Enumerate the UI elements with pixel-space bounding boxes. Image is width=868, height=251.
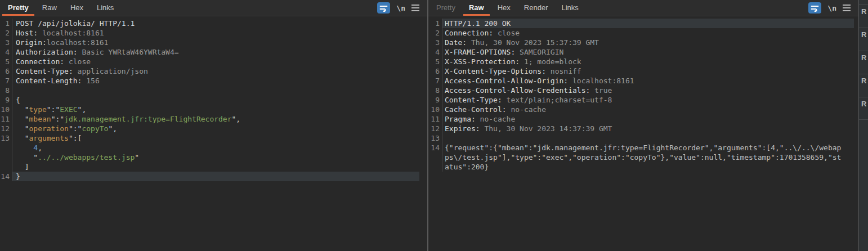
code-line: 13 <box>428 133 854 143</box>
code-line: 11 "mbean":"jdk.management.jfr:type=Flig… <box>0 114 419 124</box>
hamburger-menu-icon[interactable] <box>411 5 419 11</box>
tab-links[interactable]: Links <box>90 0 120 16</box>
token: Date: <box>445 38 467 47</box>
line-number: 2 <box>428 28 442 38</box>
inspector-strip: RRRRR <box>858 0 868 251</box>
token: jdk.management.jfr:type=FlightRecorder <box>64 115 231 123</box>
inspector-section-row[interactable]: R <box>859 74 868 97</box>
inspector-section-row[interactable]: R <box>859 97 868 120</box>
token: localhost:8161 <box>568 77 634 85</box>
token: SAMEORIGIN <box>515 48 563 56</box>
code-line: 1HTTP/1.1 200 OK <box>428 19 854 28</box>
token: localhost:8161 <box>47 38 109 47</box>
line-number: 13 <box>0 133 12 143</box>
code-line: 9Content-Type: text/plain;charset=utf-8 <box>428 95 854 105</box>
token: X-Content-Type-Options: <box>445 67 546 75</box>
token: nosniff <box>546 67 581 75</box>
token: ":" <box>69 124 82 133</box>
token: POST /api/jolokia/ HTTP/1.1 <box>16 19 135 28</box>
line-content: { <box>12 95 419 105</box>
token: 4 <box>33 144 38 152</box>
tab-render[interactable]: Render <box>517 0 555 16</box>
response-panel: PrettyRawHexRenderLinks \n 1HTTP/1.1 200… <box>428 0 858 251</box>
tab-hex[interactable]: Hex <box>491 0 517 16</box>
line-number: 14 <box>0 172 12 181</box>
token: ", <box>78 105 87 114</box>
line-number: 3 <box>428 38 442 47</box>
code-line: 6X-Content-Type-Options: nosniff <box>428 66 854 76</box>
line-number: 9 <box>0 95 12 105</box>
line-number: 1 <box>0 19 12 28</box>
line-number: 5 <box>428 57 442 66</box>
code-line: 3Origin:localhost:8161 <box>0 38 419 47</box>
token: Pragma: <box>445 115 476 123</box>
line-content: Content-Length: 156 <box>12 76 419 86</box>
line-content: Connection: close <box>442 28 854 38</box>
token: HTTP/1.1 200 OK <box>445 19 511 28</box>
tab-raw[interactable]: Raw <box>462 0 491 16</box>
token: Basic YWRtaW46YWRtaW4= <box>78 48 179 56</box>
line-number <box>0 153 12 162</box>
line-content: ] <box>12 162 419 172</box>
token: " <box>16 124 29 133</box>
token: Content-Type: <box>16 67 73 75</box>
request-tabbar: PrettyRawHexLinks \n <box>0 0 427 16</box>
line-number: 5 <box>0 57 12 66</box>
line-content: "../../webapps/test.jsp" <box>12 153 419 162</box>
token: arguments <box>29 134 68 142</box>
tab-pretty: Pretty <box>429 0 462 16</box>
line-content: {"request":{"mbean":"jdk.management.jfr:… <box>442 143 841 172</box>
tab-pretty[interactable]: Pretty <box>1 0 35 16</box>
response-editor[interactable]: 1HTTP/1.1 200 OK2Connection: close3Date:… <box>428 16 858 251</box>
token: 156 <box>82 77 99 85</box>
line-content: 4, <box>12 143 419 153</box>
word-wrap-glyph <box>811 5 819 12</box>
line-number: 8 <box>0 86 12 95</box>
line-content: POST /api/jolokia/ HTTP/1.1 <box>12 19 419 28</box>
word-wrap-icon[interactable] <box>377 2 390 14</box>
code-line: 6Content-Type: application/json <box>0 66 419 76</box>
line-number: 7 <box>0 76 12 86</box>
inspector-section-row[interactable]: R <box>859 28 868 51</box>
token: " <box>16 153 38 162</box>
newline-icon[interactable]: \n <box>827 4 836 12</box>
tab-links[interactable]: Links <box>554 0 585 16</box>
line-content: "operation":"copyTo", <box>12 124 419 133</box>
token: " <box>16 105 29 114</box>
token: Content-Type: <box>445 96 502 104</box>
request-editor[interactable]: 1POST /api/jolokia/ HTTP/1.12Host: local… <box>0 16 427 251</box>
word-wrap-icon[interactable] <box>808 2 821 14</box>
line-number: 6 <box>428 66 442 76</box>
line-number: 12 <box>428 124 442 133</box>
token: Cache-Control: <box>445 105 507 114</box>
token: " <box>16 134 29 142</box>
token: X-FRAME-OPTIONS: <box>445 48 515 56</box>
code-line: 4, <box>0 143 419 153</box>
inspector-section-row[interactable]: R <box>859 51 868 74</box>
line-content: Content-Type: text/plain;charset=utf-8 <box>442 95 854 105</box>
token: Origin: <box>16 38 47 47</box>
code-line: 14{"request":{"mbean":"jdk.management.jf… <box>428 143 854 172</box>
token: ":[ <box>69 134 82 142</box>
tab-raw[interactable]: Raw <box>35 0 64 16</box>
line-number: 9 <box>428 95 442 105</box>
line-number: 3 <box>0 38 12 47</box>
line-content: Access-Control-Allow-Origin: localhost:8… <box>442 76 854 86</box>
line-number: 4 <box>0 47 12 57</box>
code-line: 8 <box>0 86 419 95</box>
request-toolbar: \n <box>377 0 427 16</box>
line-content: HTTP/1.1 200 OK <box>442 19 854 28</box>
newline-icon[interactable]: \n <box>396 4 405 12</box>
token: ../../webapps/test.jsp <box>38 153 135 162</box>
tab-hex[interactable]: Hex <box>64 0 90 16</box>
line-number: 4 <box>428 47 442 57</box>
token: operation <box>29 124 68 133</box>
token: Authorization: <box>16 48 78 56</box>
line-content: Cache-Control: no-cache <box>442 105 854 114</box>
token: ] <box>16 163 29 171</box>
code-line: 5X-XSS-Protection: 1; mode=block <box>428 57 854 66</box>
hamburger-menu-icon[interactable] <box>843 5 851 11</box>
inspector-section-row[interactable]: R <box>859 5 868 28</box>
line-content: Origin:localhost:8161 <box>12 38 419 47</box>
code-line: 13 "arguments":[ <box>0 133 419 143</box>
